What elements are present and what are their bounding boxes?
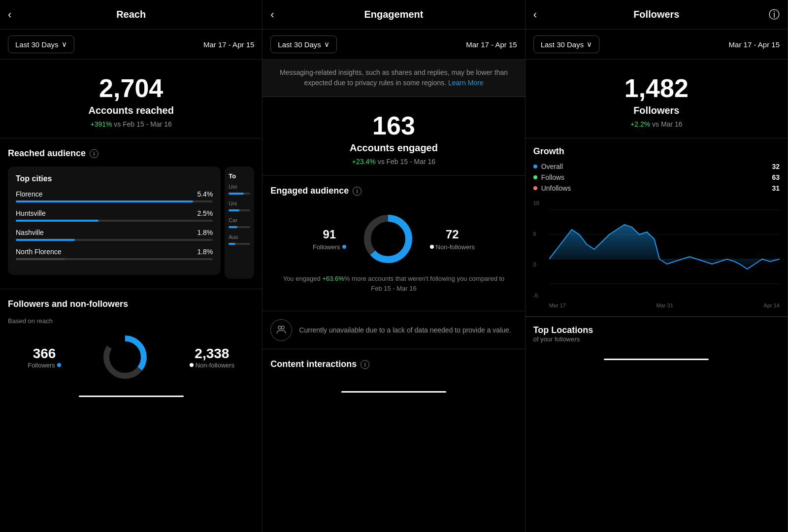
reach-date-range: Mar 17 - Apr 15 (203, 40, 254, 49)
privacy-notice: Messaging-related insights, such as shar… (263, 60, 525, 97)
unavailable-box: Currently unavailable due to a lack of d… (263, 311, 525, 349)
followers-header: ‹ Followers ⓘ (525, 0, 788, 30)
followers-dot (57, 363, 61, 367)
content-interactions-section: Content interactions i (263, 349, 525, 387)
y-label-10: 10 (533, 200, 547, 206)
unfollows-dot (533, 186, 537, 190)
chart-svg-container: Mar 17 Mar 31 Apr 14 (549, 200, 780, 308)
followers-change-text: vs Mar 16 (652, 120, 682, 128)
back-button[interactable]: ‹ (8, 8, 11, 21)
x-label-mar17: Mar 17 (549, 302, 566, 308)
engaged-info-icon[interactable]: i (353, 187, 361, 196)
city-name-huntsville: Huntsville (16, 209, 46, 217)
reach-change-positive: +391% (90, 120, 112, 128)
legend-left-overall: Overall (533, 163, 563, 170)
city-bar-bg-huntsville (16, 220, 213, 222)
reached-audience-title: Reached audience i (8, 148, 254, 159)
engagement-panel: ‹ Engagement Last 30 Days ∨ Mar 17 - Apr… (263, 0, 525, 532)
svg-point-5 (281, 326, 284, 329)
followers-back-button[interactable]: ‹ (533, 8, 537, 21)
engaged-donut-container: 91 Followers 72 Non-followers (270, 204, 517, 274)
engagement-change-positive: +23.4% (352, 158, 376, 166)
city-bar-fill-huntsville (16, 220, 98, 222)
partial-card-label: To (229, 172, 250, 180)
followers-stat-change: +2.2% vs Mar 16 (533, 120, 780, 128)
followers-left-stat: 366 Followers (28, 346, 61, 369)
city-pct-florence: 5.4% (197, 190, 213, 198)
people-icon (275, 324, 287, 336)
overall-label: Overall (541, 163, 563, 170)
followers-date-range: Mar 17 - Apr 15 (729, 40, 780, 49)
engaged-nonfollowers-count: 72 (446, 228, 459, 241)
reach-header: ‹ Reach (0, 0, 262, 30)
nonfollowers-count: 2,338 (190, 346, 234, 362)
city-item-florence: Florence 5.4% (16, 190, 213, 202)
engagement-date-range: Mar 17 - Apr 15 (466, 40, 517, 49)
city-pct-huntsville: 2.5% (197, 209, 213, 217)
followers-stat-main: 1,482 Followers +2.2% vs Mar 16 (525, 60, 788, 138)
reach-panel: ‹ Reach Last 30 Days ∨ Mar 17 - Apr 15 2… (0, 0, 263, 532)
growth-chart: 10 5 0 -5 (533, 200, 780, 308)
engaged-followers-count: 91 (323, 228, 336, 241)
engaged-nonfollowers-sublabel: Non-followers (430, 243, 475, 251)
city-name-northflorence: North Florence (16, 248, 62, 256)
reach-stat-change: +391% vs Feb 15 - Mar 16 (8, 120, 254, 128)
reach-stat-label: Accounts reached (8, 105, 254, 116)
followers-dropdown-arrow: ∨ (587, 40, 592, 49)
unfollows-label: Unfollows (541, 184, 571, 192)
y-label-5: 5 (533, 231, 547, 237)
engaged-audience-title: Engaged audience i (270, 186, 517, 196)
follows-dot (533, 175, 537, 179)
city-row-nashville: Nashville 1.8% (16, 229, 213, 236)
followers-stat-number: 1,482 (533, 73, 780, 103)
reached-audience-section: Reached audience i Top cities Florence 5… (0, 138, 262, 289)
city-item-northflorence: North Florence 1.8% (16, 248, 213, 260)
city-bar-fill-northflorence (16, 258, 65, 260)
city-bar-fill-florence (16, 200, 193, 202)
followers-donut-container: 366 Followers 2,338 (8, 332, 254, 382)
city-bar-fill-nashville (16, 239, 75, 241)
engagement-back-button[interactable]: ‹ (270, 8, 274, 21)
growth-title: Growth (533, 146, 780, 157)
followers-subtitle: Based on reach (8, 317, 254, 325)
follows-label: Follows (541, 173, 564, 181)
engagement-stat-main: 163 Accounts engaged +23.4% vs Feb 15 - … (263, 97, 525, 175)
top-cities-title: Top cities (16, 174, 213, 183)
dropdown-arrow-icon: ∨ (62, 40, 67, 49)
y-label-0: 0 (533, 262, 547, 267)
top-cards-row: Top cities Florence 5.4% Huntsville (8, 166, 254, 279)
top-locations-subtitle: of your followers (533, 335, 780, 343)
followers-title: Followers (633, 9, 679, 20)
city-name-florence: Florence (16, 190, 42, 198)
partial-car: Car (229, 217, 250, 223)
engagement-date-dropdown[interactable]: Last 30 Days ∨ (270, 35, 337, 53)
city-bar-bg-northflorence (16, 258, 213, 260)
city-row-florence: Florence 5.4% (16, 190, 213, 198)
engagement-dropdown-arrow: ∨ (324, 40, 329, 49)
x-label-apr14: Apr 14 (764, 302, 780, 308)
reach-date-dropdown-label: Last 30 Days (15, 40, 59, 49)
legend-row-overall: Overall 32 (533, 163, 780, 170)
learn-more-link[interactable]: Learn More (448, 79, 484, 87)
city-bar-bg-nashville (16, 239, 213, 241)
followers-label: Followers (28, 362, 61, 369)
city-item-nashville: Nashville 1.8% (16, 229, 213, 241)
follows-value: 63 (772, 173, 780, 181)
content-info-icon[interactable]: i (361, 360, 369, 369)
followers-content: 1,482 Followers +2.2% vs Mar 16 Growth O… (525, 60, 788, 532)
reached-info-icon[interactable]: i (90, 149, 98, 158)
nonfollowers-right-stat: 2,338 Non-followers (190, 346, 234, 369)
followers-panel: ‹ Followers ⓘ Last 30 Days ∨ Mar 17 - Ap… (525, 0, 788, 532)
engagement-date-bar: Last 30 Days ∨ Mar 17 - Apr 15 (263, 30, 525, 60)
engaged-donut-chart (361, 212, 415, 266)
followers-change-positive: +2.2% (630, 120, 650, 128)
x-label-mar31: Mar 31 (657, 302, 673, 308)
overall-dot (533, 165, 537, 168)
top-cities-card: Top cities Florence 5.4% Huntsville (8, 166, 221, 275)
engagement-stat-number: 163 (270, 111, 517, 140)
followers-date-dropdown[interactable]: Last 30 Days ∨ (533, 35, 600, 53)
reach-date-dropdown[interactable]: Last 30 Days ∨ (8, 35, 74, 53)
engaged-nonfollowers-dot (430, 245, 434, 249)
followers-info-button[interactable]: ⓘ (769, 7, 780, 22)
city-row-huntsville: Huntsville 2.5% (16, 209, 213, 217)
